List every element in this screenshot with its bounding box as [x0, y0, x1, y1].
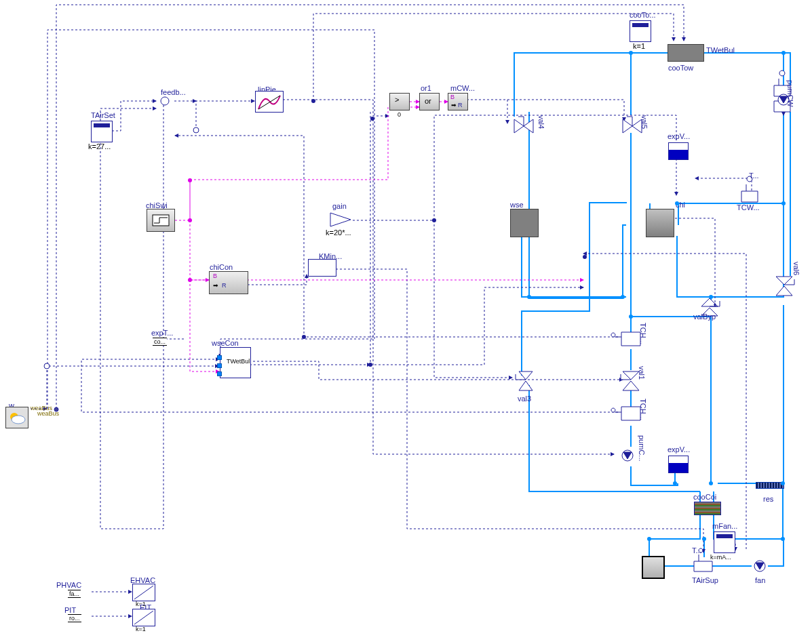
- mcw-b: B: [450, 94, 455, 100]
- cootow-label: cooTow: [668, 64, 693, 72]
- mcw-label: mCW...: [450, 84, 475, 92]
- chicon-r: R: [222, 282, 227, 289]
- val1-label: val1: [638, 366, 646, 380]
- mfan-k: k=mA...: [710, 554, 731, 561]
- eit-k: k=1: [136, 626, 146, 632]
- chiswi-block[interactable]: [147, 209, 175, 232]
- weabus-block[interactable]: [5, 407, 28, 428]
- cooTo-label: cooTo...: [630, 11, 656, 19]
- val6-label: val6: [792, 262, 800, 275]
- eit-block[interactable]: [132, 609, 155, 626]
- tch1-label: TCH...: [639, 323, 647, 344]
- twetbul2-label: TWetBul: [227, 358, 250, 365]
- or1-label: or1: [421, 84, 431, 92]
- expv2-block[interactable]: [668, 456, 689, 473]
- coocoi-block[interactable]: [694, 502, 721, 515]
- fan-label: fan: [755, 576, 765, 584]
- linpie-block[interactable]: [255, 91, 284, 113]
- gain-label: gain: [332, 202, 347, 210]
- kmin-block[interactable]: [308, 259, 336, 277]
- cooTo-block[interactable]: [630, 20, 651, 42]
- svg-point-2: [44, 363, 50, 369]
- feedb-label: feedb...: [161, 88, 186, 96]
- svg-rect-7: [153, 215, 169, 226]
- expv1-label: expV...: [668, 132, 690, 140]
- coocoi-label: cooCoi: [693, 493, 716, 501]
- pit-label: PIT: [64, 606, 76, 614]
- T2-label: T...: [692, 546, 702, 555]
- gt-block[interactable]: [389, 93, 410, 110]
- chicon-b: B: [213, 273, 217, 279]
- wse-label: wse: [510, 201, 524, 209]
- tairset-block[interactable]: [91, 121, 113, 142]
- ehvac-block[interactable]: [132, 584, 155, 601]
- svg-point-1: [193, 127, 199, 133]
- tairset-k: k=27...: [88, 142, 111, 150]
- val4-label: val4: [537, 115, 545, 129]
- valbyp-label: valByp: [693, 313, 716, 321]
- boundary-block[interactable]: [642, 556, 665, 579]
- wse-block[interactable]: [510, 209, 539, 237]
- mfan-label: mFan...: [712, 522, 737, 530]
- gt-sym: >: [395, 96, 399, 104]
- val3-label: val3: [518, 395, 531, 403]
- T1-label: T...: [749, 172, 759, 180]
- gain-k: k=20*...: [326, 228, 351, 237]
- pit-ro: ro...: [68, 614, 81, 622]
- expt-label: expT...: [151, 329, 173, 337]
- pumc-label: pumC...: [638, 435, 646, 462]
- wsecon-label: wseCon: [212, 339, 239, 347]
- expv1-block[interactable]: [668, 142, 689, 160]
- tch2-label: TCH...: [639, 399, 647, 420]
- tairset-label: TAirSet: [91, 111, 115, 119]
- tairsup-label: TAirSup: [692, 576, 718, 584]
- expv2-label: expV...: [668, 445, 690, 454]
- cooTo-k: k=1: [633, 42, 645, 50]
- gt-zero: 0: [398, 111, 401, 118]
- phvac-label: PHVAC: [56, 581, 81, 589]
- or1-sym: or: [425, 97, 431, 105]
- pumcw-label: pumCW: [786, 80, 794, 107]
- chicon-label: chiCon: [210, 263, 233, 271]
- mfan-block[interactable]: [714, 531, 735, 553]
- res-label: res: [763, 495, 773, 503]
- phvac-fa: fa...: [68, 590, 81, 598]
- twetbul-label: TWetBul: [706, 46, 735, 54]
- svg-point-0: [161, 97, 169, 105]
- weabus2-label: weaBus: [37, 410, 59, 417]
- chi-block[interactable]: [646, 209, 674, 237]
- svg-point-9: [12, 416, 25, 424]
- twetbul-block[interactable]: [668, 44, 704, 62]
- res-block[interactable]: [756, 482, 784, 489]
- expt-co: co...: [153, 338, 167, 346]
- mcw-r: R: [458, 102, 463, 108]
- val5-label: val5: [640, 115, 649, 129]
- tcw-label: TCW...: [737, 203, 760, 212]
